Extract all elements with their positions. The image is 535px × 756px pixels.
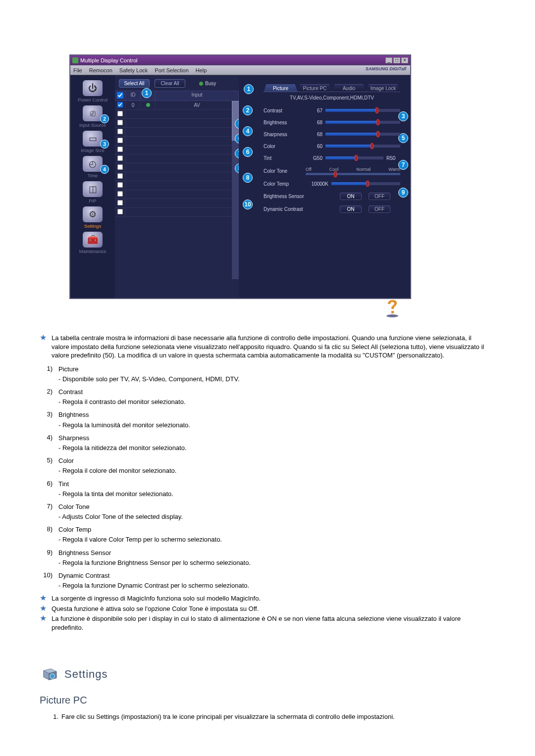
row-checkbox[interactable] bbox=[117, 147, 123, 152]
table-row[interactable] bbox=[115, 199, 239, 208]
sidebar-item-imagesize[interactable]: ▭ Image Size 3 bbox=[75, 131, 110, 153]
row-color-temp: Color Temp 10000K bbox=[264, 178, 400, 190]
row-checkbox[interactable] bbox=[117, 182, 123, 188]
row-checkbox[interactable] bbox=[117, 173, 123, 179]
definition-item: 8)Color Temp- Regola il valore Color Tem… bbox=[40, 525, 488, 544]
table-row[interactable] bbox=[115, 172, 239, 181]
label: Color Temp bbox=[264, 181, 306, 187]
item-desc: - Regola il contrasto del monitor selezi… bbox=[58, 398, 488, 406]
sidebar-label: Maintenance bbox=[79, 249, 106, 254]
menu-file[interactable]: File bbox=[73, 67, 82, 73]
callout-icon: 9 bbox=[398, 188, 408, 198]
table-row[interactable] bbox=[115, 163, 239, 172]
row-checkbox[interactable] bbox=[117, 209, 123, 214]
busy-indicator: Busy bbox=[199, 81, 216, 86]
row-checkbox[interactable] bbox=[117, 164, 123, 170]
help-icon[interactable] bbox=[384, 298, 400, 318]
item-desc: - Regola la funzione Brightness Sensor p… bbox=[58, 558, 488, 567]
off-button[interactable]: OFF bbox=[369, 205, 390, 213]
table-row[interactable] bbox=[115, 181, 239, 190]
table-row[interactable] bbox=[115, 154, 239, 163]
brightness-slider[interactable] bbox=[325, 121, 400, 124]
select-all-button[interactable]: Select All bbox=[119, 79, 150, 88]
on-button[interactable]: ON bbox=[340, 205, 362, 213]
row-checkbox[interactable] bbox=[117, 102, 123, 107]
row-checkbox[interactable] bbox=[117, 191, 123, 197]
tab-picture[interactable]: Picture bbox=[264, 84, 298, 92]
definition-item: 2)Contrast- Regola il contrasto del moni… bbox=[40, 388, 488, 406]
sharpness-slider[interactable] bbox=[325, 133, 400, 136]
table-row[interactable] bbox=[115, 137, 239, 146]
off-button[interactable]: OFF bbox=[369, 193, 390, 200]
sidebar-item-maintenance[interactable]: 🧰 Maintenance bbox=[75, 232, 110, 254]
sidebar-item-settings[interactable]: ⚙ Settings bbox=[75, 206, 110, 229]
star-icon: ★ bbox=[40, 334, 47, 341]
on-button[interactable]: ON bbox=[340, 193, 362, 200]
busy-label: Busy bbox=[205, 81, 216, 86]
close-button[interactable]: × bbox=[401, 57, 408, 63]
menu-remocon[interactable]: Remocon bbox=[89, 67, 112, 73]
tint-slider[interactable] bbox=[325, 156, 383, 159]
note-item: ★La sorgente di ingresso di MagicInfo fu… bbox=[40, 594, 488, 603]
row-checkbox[interactable] bbox=[117, 155, 123, 161]
table-row[interactable] bbox=[115, 190, 239, 199]
step-item: 1. Fare clic su Settings (impostazioni) … bbox=[40, 712, 488, 722]
menu-port-selection[interactable]: Port Selection bbox=[155, 67, 188, 73]
menu-help[interactable]: Help bbox=[196, 67, 207, 73]
sidebar-label: Settings bbox=[84, 223, 101, 229]
clear-all-button[interactable]: Clear All bbox=[155, 79, 185, 88]
row-checkbox[interactable] bbox=[117, 111, 123, 116]
table-row[interactable]: 0 AV bbox=[115, 101, 239, 110]
row-color-tone: Color Tone Off Cool Normal Warm bbox=[264, 164, 400, 178]
select-all-checkbox[interactable] bbox=[117, 92, 123, 99]
note-item: ★ La tabella centrale mostra le informaz… bbox=[40, 334, 488, 360]
table-row[interactable] bbox=[115, 128, 239, 137]
col-input: Input bbox=[156, 91, 239, 101]
sidebar-item-input[interactable]: ⎚ Input Source 2 bbox=[75, 105, 110, 128]
menubar: File Remocon Safety Lock Port Selection … bbox=[70, 65, 410, 75]
sidebar-item-pip[interactable]: ◫ PIP bbox=[75, 181, 110, 203]
color-slider[interactable] bbox=[325, 145, 400, 148]
item-title: Brightness bbox=[58, 410, 488, 419]
section-title: Settings bbox=[64, 668, 108, 681]
minimize-button[interactable]: _ bbox=[385, 57, 392, 63]
cell-id: 0 bbox=[126, 102, 141, 108]
item-title: Sharpness bbox=[58, 434, 488, 443]
sidebar-label: Input Source bbox=[79, 122, 106, 128]
item-number: 1) bbox=[40, 365, 53, 372]
row-checkbox[interactable] bbox=[117, 129, 123, 134]
table-row[interactable] bbox=[115, 110, 239, 119]
row-checkbox[interactable] bbox=[117, 200, 123, 205]
tab-audio[interactable]: Audio bbox=[332, 84, 366, 92]
label: Tint bbox=[264, 155, 306, 161]
sub-heading: Picture PC bbox=[40, 695, 488, 706]
color-temp-slider[interactable] bbox=[331, 182, 400, 185]
item-desc: - Regola il colore del monitor seleziona… bbox=[58, 466, 488, 475]
window-title: Multiple Display Control bbox=[80, 57, 138, 63]
sidebar-item-power[interactable]: ⏻ Power Control bbox=[75, 80, 110, 102]
table-row[interactable] bbox=[115, 208, 239, 217]
row-checkbox[interactable] bbox=[117, 120, 123, 125]
pip-icon: ◫ bbox=[83, 181, 103, 197]
tab-picture-pc[interactable]: Picture PC bbox=[298, 84, 332, 92]
item-number: 10) bbox=[40, 571, 53, 579]
maximize-button[interactable]: □ bbox=[393, 57, 400, 63]
item-number: 7) bbox=[40, 503, 53, 510]
tone-opt: Normal bbox=[356, 167, 371, 172]
table-row[interactable] bbox=[115, 146, 239, 154]
row-checkbox[interactable] bbox=[117, 138, 123, 143]
color-tone-slider[interactable] bbox=[306, 173, 400, 175]
svg-point-0 bbox=[386, 314, 398, 317]
definition-item: 6)Tint- Regola la tinta del monitor sele… bbox=[40, 480, 488, 499]
callout-icon: 2 bbox=[243, 105, 253, 115]
brand-label: SAMSUNG DIGITall bbox=[366, 66, 406, 71]
sidebar: ⏻ Power Control ⎚ Input Source 2 ▭ Image… bbox=[70, 75, 115, 298]
definition-item: 7)Color Tone- Adjusts Color Tone of the … bbox=[40, 503, 488, 521]
contrast-slider[interactable] bbox=[325, 109, 400, 112]
tab-image-lock[interactable]: Image Lock bbox=[366, 84, 400, 92]
callout-icon: 4 bbox=[100, 165, 109, 174]
sidebar-item-time[interactable]: ◴ Time 4 bbox=[75, 156, 110, 178]
menu-safety-lock[interactable]: Safety Lock bbox=[119, 67, 148, 73]
row-dynamic-contrast: Dynamic Contrast ON OFF bbox=[264, 202, 400, 215]
table-row[interactable] bbox=[115, 119, 239, 128]
